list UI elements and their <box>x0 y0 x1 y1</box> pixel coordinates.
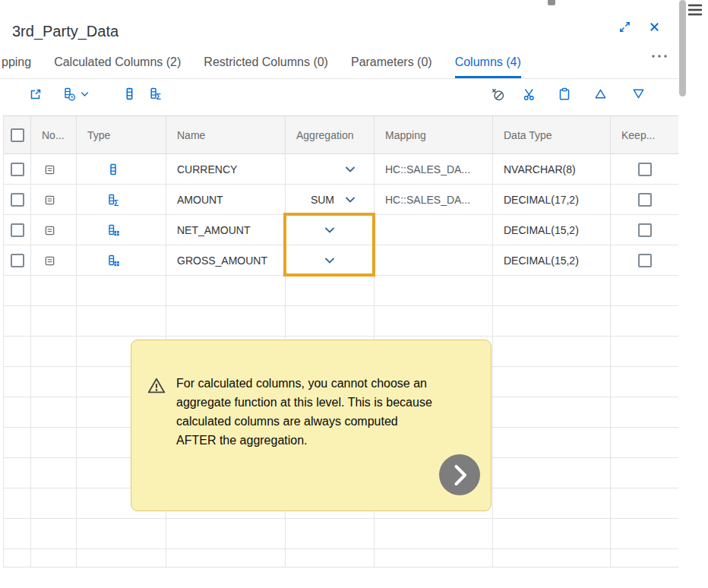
keep-flag-checkbox[interactable] <box>638 193 652 207</box>
column-header-mapping[interactable]: Mapping <box>375 116 493 154</box>
column-header-keep[interactable]: Keep... <box>611 116 679 154</box>
measure-column-icon[interactable] <box>149 87 162 100</box>
empty-cell <box>4 549 31 568</box>
empty-cell <box>4 397 31 428</box>
mapping-value: HC::SALES_DA... <box>385 163 470 175</box>
data-type-value: NVARCHAR(8) <box>493 154 611 185</box>
column-header-type[interactable]: Type <box>77 116 166 154</box>
data-type-value: DECIMAL(15,2) <box>493 215 611 245</box>
partial-pin-icon <box>548 0 555 5</box>
empty-cell <box>31 519 77 549</box>
table-row-gross-amount[interactable]: GROSS_AMOUNT DECIMAL(15,2) <box>4 245 679 276</box>
empty-cell <box>611 519 679 549</box>
data-type-value: DECIMAL(17,2) <box>493 185 611 215</box>
aggregation-value: SUM <box>311 194 334 206</box>
empty-cell <box>286 306 375 337</box>
aggregation-dropdown[interactable] <box>286 215 374 245</box>
paste-icon[interactable] <box>558 87 571 101</box>
notes-icon[interactable] <box>44 255 55 267</box>
empty-cell <box>286 276 375 306</box>
empty-table-row <box>4 276 679 306</box>
column-header-data-type[interactable]: Data Type <box>493 116 611 154</box>
row-select-checkbox[interactable] <box>11 223 24 237</box>
empty-cell <box>493 337 611 367</box>
expand-icon[interactable] <box>618 21 631 33</box>
notes-icon[interactable] <box>44 194 55 206</box>
tab-bar: pping Calculated Columns (2) Restricted … <box>0 47 678 79</box>
empty-cell <box>493 488 611 519</box>
header-select-all[interactable] <box>4 116 31 154</box>
callout-text: For calculated columns, you cannot choos… <box>176 374 433 450</box>
empty-cell <box>493 458 611 488</box>
calculated-column-icon <box>107 254 119 267</box>
aggregation-dropdown[interactable]: SUM <box>286 185 374 214</box>
tab-columns[interactable]: Columns (4) <box>455 55 521 78</box>
clear-filter-icon[interactable] <box>491 87 505 102</box>
row-select-checkbox[interactable] <box>11 254 24 267</box>
data-type-value: DECIMAL(15,2) <box>493 245 611 276</box>
empty-cell <box>4 488 31 519</box>
keep-flag-checkbox[interactable] <box>638 254 652 267</box>
empty-cell <box>611 458 679 488</box>
table-row-net-amount[interactable]: NET_AMOUNT DECIMAL(15,2) <box>4 215 679 245</box>
empty-cell <box>77 519 166 549</box>
row-select-checkbox[interactable] <box>11 163 24 176</box>
empty-cell <box>611 428 679 458</box>
column-header-name[interactable]: Name <box>166 116 286 154</box>
menu-icon[interactable] <box>687 3 703 17</box>
empty-cell <box>611 549 679 568</box>
chevron-down-icon <box>345 196 356 204</box>
tab-mapping[interactable]: pping <box>2 55 31 78</box>
tab-restricted-columns[interactable]: Restricted Columns (0) <box>204 55 328 78</box>
table-row-currency[interactable]: CURRENCY HC::SALES_DA... NVARCHAR(8) <box>4 154 679 185</box>
empty-cell <box>611 488 679 519</box>
sort-ascending-icon[interactable] <box>594 87 607 100</box>
guided-tour-callout: For calculated columns, you cannot choos… <box>131 340 491 511</box>
empty-cell <box>31 367 77 397</box>
tab-calculated-columns[interactable]: Calculated Columns (2) <box>54 55 181 78</box>
empty-cell <box>4 458 31 488</box>
empty-cell <box>611 367 679 397</box>
export-icon[interactable] <box>29 87 43 101</box>
overflow-icon[interactable] <box>651 54 668 58</box>
column-header-notes[interactable]: No... <box>31 116 77 154</box>
table-row-amount[interactable]: AMOUNT SUM HC::SALES_DA... DECIMAL(17,2) <box>4 185 679 215</box>
next-button[interactable] <box>439 454 480 495</box>
row-select-checkbox[interactable] <box>11 193 24 207</box>
notes-icon[interactable] <box>44 225 55 236</box>
keep-flag-checkbox[interactable] <box>638 223 652 237</box>
empty-cell <box>493 397 611 428</box>
empty-cell <box>31 458 77 488</box>
close-icon[interactable] <box>648 21 661 33</box>
select-all-checkbox[interactable] <box>11 128 24 142</box>
empty-cell <box>77 276 166 306</box>
empty-cell <box>611 306 679 337</box>
keep-flag-checkbox[interactable] <box>638 163 652 176</box>
add-column-menu-icon[interactable] <box>62 87 89 101</box>
empty-cell <box>375 549 493 568</box>
empty-cell <box>493 428 611 458</box>
empty-cell <box>375 306 493 337</box>
empty-cell <box>493 276 611 306</box>
column-header-aggregation[interactable]: Aggregation <box>286 116 375 154</box>
empty-cell <box>4 306 31 337</box>
empty-cell <box>166 276 286 306</box>
empty-cell <box>77 306 166 337</box>
aggregation-dropdown[interactable] <box>286 154 374 184</box>
empty-cell <box>4 367 31 397</box>
chevron-down-icon <box>324 257 335 264</box>
cut-icon[interactable] <box>523 87 536 101</box>
empty-cell <box>166 306 286 337</box>
column-name: AMOUNT <box>166 185 286 215</box>
notes-icon[interactable] <box>44 164 55 175</box>
tab-parameters[interactable]: Parameters (0) <box>351 55 432 78</box>
empty-cell <box>375 519 493 549</box>
empty-cell <box>493 519 611 549</box>
empty-cell <box>4 519 31 549</box>
mapping-value: HC::SALES_DA... <box>385 194 470 206</box>
empty-cell <box>31 488 77 519</box>
attribute-column-icon[interactable] <box>123 87 136 100</box>
sort-descending-icon[interactable] <box>632 87 645 100</box>
vertical-scrollbar-thumb[interactable] <box>679 0 686 96</box>
aggregation-dropdown[interactable] <box>286 245 374 275</box>
